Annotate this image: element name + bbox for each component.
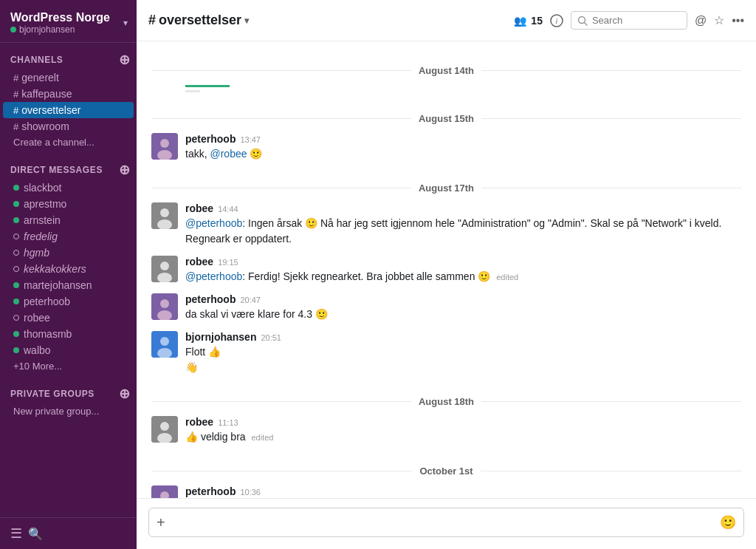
date-label-aug14: August 14th	[419, 65, 474, 76]
avatar	[151, 485, 178, 498]
svg-point-20	[160, 422, 169, 431]
svg-point-5	[160, 139, 169, 148]
message-header: peterhoob 10:36	[185, 485, 741, 497]
workspace-user: bjornjohansen	[10, 24, 110, 35]
more-options-icon[interactable]: •••	[732, 14, 744, 27]
dm-martejohansen[interactable]: martejohansen	[3, 277, 134, 293]
date-label-aug15: August 15th	[419, 113, 474, 124]
message-text: da skal vi være klare for 4.3 🙂	[185, 307, 741, 322]
dm-name-walbo: walbo	[24, 344, 51, 356]
channel-chevron-icon[interactable]: ▾	[244, 16, 249, 26]
search-box[interactable]	[571, 11, 687, 30]
message-text: @peterhoob: Ingen årsak 🙂 Nå har jeg set…	[185, 216, 741, 247]
add-dm-icon[interactable]: ⊕	[119, 163, 131, 177]
info-icon[interactable]: i	[550, 14, 563, 27]
divider-line	[151, 188, 411, 188]
dm-arnstein[interactable]: arnstein	[3, 212, 134, 228]
divider-line	[151, 471, 412, 471]
sidebar-item-kaffepause[interactable]: # kaffepause	[3, 86, 134, 102]
date-divider-aug17: August 17th	[151, 183, 741, 194]
dm-aprestmo[interactable]: aprestmo	[3, 196, 134, 212]
dm-kekkakokkers[interactable]: kekkakokkers	[3, 261, 134, 277]
members-icon: 👥	[514, 15, 526, 27]
channel-header: # oversettelser ▾ 👥 15 i @ ☆ •••	[137, 0, 756, 41]
message-time: 20:51	[261, 333, 281, 342]
sidebar-item-oversettelser[interactable]: # oversettelser	[3, 102, 134, 118]
dm-peterhoob[interactable]: peterhoob	[3, 293, 134, 310]
status-dot-peterhoob	[13, 299, 19, 304]
date-divider-aug14: August 14th	[151, 65, 741, 76]
add-channel-icon[interactable]: ⊕	[119, 53, 131, 67]
date-label-aug17: August 17th	[419, 183, 474, 194]
svg-text:i: i	[556, 17, 558, 25]
dm-thomasmb[interactable]: thomasmb	[3, 326, 134, 342]
divider-line	[481, 471, 741, 471]
divider-line	[151, 401, 411, 402]
partial-bar	[185, 85, 230, 87]
hash-icon: #	[13, 89, 18, 100]
message-username: peterhoob	[185, 133, 236, 145]
svg-point-14	[160, 299, 169, 308]
channel-name-generelt: generelt	[21, 72, 59, 83]
direct-messages-section: DIRECT MESSAGES ⊕ slackbot aprestmo arns…	[0, 153, 137, 377]
divider-line	[151, 118, 411, 119]
workspace-chevron-icon[interactable]: ▾	[123, 18, 128, 28]
message-group: robee 14:44 @peterhoob: Ingen årsak 🙂 Nå…	[151, 202, 741, 247]
message-header: robee 14:44	[185, 202, 741, 214]
dm-slackbot[interactable]: slackbot	[3, 180, 134, 196]
message-header: robee 11:13	[185, 416, 741, 428]
dm-walbo[interactable]: walbo	[3, 342, 134, 358]
message-time: 20:47	[240, 296, 261, 304]
mention: @peterhoob	[185, 217, 242, 229]
svg-line-3	[584, 22, 587, 25]
message-content: robee 19:15 @peterhoob: Ferdig! Sjekk re…	[185, 256, 741, 284]
avatar	[151, 256, 178, 282]
message-content: bjornjohansen 20:51 Flott 👍👋	[185, 331, 741, 375]
create-channel-link[interactable]: Create a channel...	[3, 134, 134, 150]
username-label: bjornjohansen	[19, 24, 75, 35]
member-count-area[interactable]: 👥 15	[514, 15, 543, 27]
add-group-icon[interactable]: ⊕	[119, 387, 131, 400]
attach-icon[interactable]: +	[157, 515, 165, 530]
message-text: takk, @robee 🙂	[185, 146, 741, 162]
message-header: peterhoob 13:47	[185, 133, 741, 145]
edited-tag: edited	[251, 433, 273, 442]
search-icon[interactable]: 🔍	[28, 527, 43, 541]
message-group: robee 19:15 @peterhoob: Ferdig! Sjekk re…	[151, 256, 741, 284]
menu-icon[interactable]: ☰	[10, 525, 22, 542]
message-username: bjornjohansen	[185, 331, 256, 343]
sidebar-item-showroom[interactable]: # showroom	[3, 118, 134, 134]
divider-line	[481, 188, 741, 188]
date-label-oct1: October 1st	[419, 466, 472, 477]
dm-robee[interactable]: robee	[3, 310, 134, 326]
emoji-picker-icon[interactable]: 🙂	[720, 514, 736, 531]
dm-fredelig[interactable]: fredelig	[3, 228, 134, 245]
message-username: peterhoob	[185, 293, 236, 305]
message-header: peterhoob 20:47	[185, 293, 741, 305]
dm-name-fredelig: fredelig	[24, 231, 58, 242]
sidebar-item-generelt[interactable]: # generelt	[3, 69, 134, 86]
partial-message-aug14	[151, 85, 741, 95]
status-dot-fredelig	[13, 233, 19, 239]
svg-point-17	[160, 337, 169, 346]
mention: @peterhoob	[185, 270, 242, 282]
dm-hgmb[interactable]: hgmb	[3, 245, 134, 261]
search-input[interactable]	[592, 15, 681, 26]
status-dot-kekkakokkers	[13, 266, 19, 272]
message-username: peterhoob	[185, 485, 236, 497]
dm-name-slackbot: slackbot	[24, 182, 61, 194]
status-dot-robee	[13, 315, 19, 321]
new-private-group-link[interactable]: New private group...	[3, 403, 134, 419]
avatar	[151, 202, 178, 229]
message-content: peterhoob 10:36 Hei sveis! Nå har det du…	[185, 485, 741, 498]
message-input[interactable]	[171, 516, 714, 528]
mention: @robee	[210, 148, 247, 160]
channels-section: CHANNELS ⊕ # generelt # kaffepause # ove…	[0, 43, 137, 153]
date-divider-oct1: October 1st	[151, 466, 741, 477]
svg-point-11	[160, 262, 169, 270]
dm-label: DIRECT MESSAGES	[10, 165, 103, 175]
more-dm-link[interactable]: +10 More...	[3, 358, 134, 374]
at-icon[interactable]: @	[695, 14, 707, 27]
message-time: 14:44	[218, 205, 238, 214]
star-icon[interactable]: ☆	[714, 13, 724, 27]
